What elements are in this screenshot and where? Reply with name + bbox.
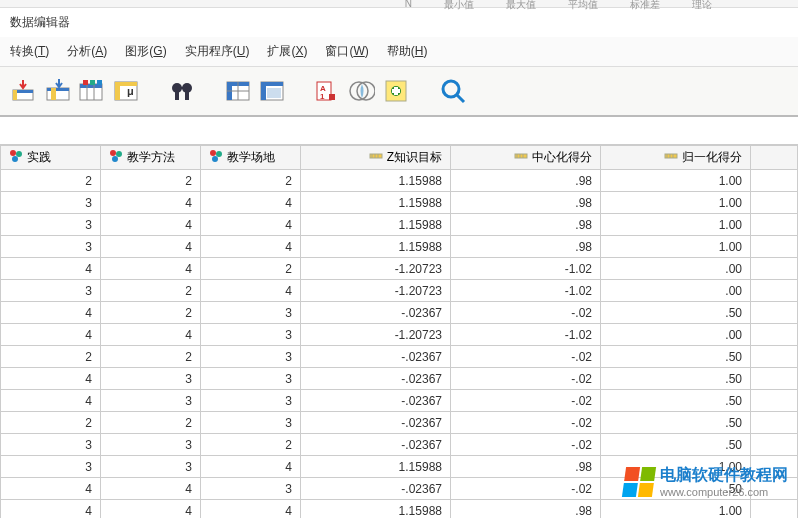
- table-cell[interactable]: 4: [1, 324, 101, 346]
- table-cell-empty[interactable]: [751, 236, 798, 258]
- table-cell[interactable]: 1.00: [601, 214, 751, 236]
- table-row[interactable]: 324-1.20723-1.02.00: [1, 280, 798, 302]
- table-cell[interactable]: 4: [201, 456, 301, 478]
- table-cell[interactable]: 4: [101, 324, 201, 346]
- table-cell-empty[interactable]: [751, 192, 798, 214]
- table-cell[interactable]: -.02: [451, 302, 601, 324]
- table-row[interactable]: 332-.02367-.02.50: [1, 434, 798, 456]
- table-cell[interactable]: 2: [101, 346, 201, 368]
- table-cell[interactable]: 2: [101, 170, 201, 192]
- column-header[interactable]: Z知识目标: [301, 146, 451, 170]
- table-cell[interactable]: .98: [451, 500, 601, 518]
- table-cell[interactable]: 3: [1, 456, 101, 478]
- table-cell[interactable]: 3: [201, 412, 301, 434]
- table-cell[interactable]: 2: [201, 434, 301, 456]
- table-cell[interactable]: 4: [1, 478, 101, 500]
- data-grid[interactable]: 实践教学方法教学场地Z知识目标中心化得分归一化得分 2221.15988.981…: [0, 145, 798, 518]
- column-header-empty[interactable]: [751, 146, 798, 170]
- table-row[interactable]: 223-.02367-.02.50: [1, 412, 798, 434]
- table-cell[interactable]: -1.20723: [301, 258, 451, 280]
- table-row[interactable]: 4441.15988.981.00: [1, 500, 798, 518]
- menu-transform[interactable]: 转换(T): [10, 43, 49, 60]
- table-cell[interactable]: -1.02: [451, 258, 601, 280]
- column-header[interactable]: 教学方法: [101, 146, 201, 170]
- table-cell[interactable]: 1.15988: [301, 170, 451, 192]
- toolbar-insert-icon[interactable]: [382, 77, 410, 105]
- menu-help[interactable]: 帮助(H): [387, 43, 428, 60]
- table-cell-empty[interactable]: [751, 214, 798, 236]
- toolbar-goto-variable-icon[interactable]: [44, 77, 72, 105]
- table-cell[interactable]: 4: [201, 500, 301, 518]
- toolbar-weight-icon[interactable]: [258, 77, 286, 105]
- table-cell[interactable]: 4: [201, 236, 301, 258]
- table-cell-empty[interactable]: [751, 434, 798, 456]
- table-cell[interactable]: -.02: [451, 368, 601, 390]
- table-row[interactable]: 3441.15988.981.00: [1, 192, 798, 214]
- table-cell[interactable]: 1.15988: [301, 500, 451, 518]
- table-cell[interactable]: 4: [101, 258, 201, 280]
- table-cell-empty[interactable]: [751, 500, 798, 518]
- table-cell[interactable]: 4: [101, 478, 201, 500]
- table-cell[interactable]: 2: [201, 258, 301, 280]
- table-cell[interactable]: 3: [101, 434, 201, 456]
- table-cell[interactable]: -.02367: [301, 368, 451, 390]
- toolbar-value-labels-icon[interactable]: A1: [314, 77, 342, 105]
- table-cell[interactable]: 1.00: [601, 170, 751, 192]
- table-row[interactable]: 3441.15988.981.00: [1, 236, 798, 258]
- menu-analyze[interactable]: 分析(A): [67, 43, 107, 60]
- table-row[interactable]: 223-.02367-.02.50: [1, 346, 798, 368]
- table-cell[interactable]: 1.15988: [301, 192, 451, 214]
- table-cell[interactable]: 1.15988: [301, 236, 451, 258]
- table-cell[interactable]: -.02367: [301, 302, 451, 324]
- table-cell[interactable]: -.02367: [301, 346, 451, 368]
- table-cell-empty[interactable]: [751, 324, 798, 346]
- table-cell[interactable]: 2: [101, 412, 201, 434]
- table-cell-empty[interactable]: [751, 346, 798, 368]
- table-row[interactable]: 2221.15988.981.00: [1, 170, 798, 192]
- toolbar-split-icon[interactable]: [224, 77, 252, 105]
- table-cell-empty[interactable]: [751, 390, 798, 412]
- table-cell[interactable]: .50: [601, 390, 751, 412]
- table-cell[interactable]: -.02: [451, 412, 601, 434]
- table-cell[interactable]: 2: [1, 170, 101, 192]
- table-cell[interactable]: .98: [451, 214, 601, 236]
- table-cell[interactable]: 3: [201, 390, 301, 412]
- table-cell[interactable]: 4: [201, 214, 301, 236]
- table-cell[interactable]: -1.20723: [301, 324, 451, 346]
- toolbar-find-icon[interactable]: [168, 77, 196, 105]
- table-cell[interactable]: 1.15988: [301, 214, 451, 236]
- table-cell-empty[interactable]: [751, 258, 798, 280]
- table-cell[interactable]: 1.00: [601, 500, 751, 518]
- table-cell[interactable]: .98: [451, 236, 601, 258]
- table-cell[interactable]: .50: [601, 412, 751, 434]
- menu-graphs[interactable]: 图形(G): [125, 43, 166, 60]
- table-cell[interactable]: -1.02: [451, 280, 601, 302]
- table-cell[interactable]: 4: [1, 258, 101, 280]
- menu-extensions[interactable]: 扩展(X): [267, 43, 307, 60]
- toolbar-goto-case-icon[interactable]: [10, 77, 38, 105]
- table-row[interactable]: 442-1.20723-1.02.00: [1, 258, 798, 280]
- table-cell[interactable]: .98: [451, 192, 601, 214]
- toolbar-select-cases-icon[interactable]: [348, 77, 376, 105]
- table-cell[interactable]: 2: [101, 302, 201, 324]
- table-cell[interactable]: 1.00: [601, 192, 751, 214]
- table-cell[interactable]: 3: [201, 368, 301, 390]
- table-cell-empty[interactable]: [751, 368, 798, 390]
- table-cell[interactable]: 4: [101, 500, 201, 518]
- table-row[interactable]: 433-.02367-.02.50: [1, 390, 798, 412]
- table-cell[interactable]: -.02367: [301, 390, 451, 412]
- column-header[interactable]: 教学场地: [201, 146, 301, 170]
- table-row[interactable]: 3441.15988.981.00: [1, 214, 798, 236]
- table-cell[interactable]: 4: [1, 500, 101, 518]
- table-cell[interactable]: -.02367: [301, 434, 451, 456]
- table-cell[interactable]: 2: [201, 170, 301, 192]
- table-cell[interactable]: 4: [1, 302, 101, 324]
- table-cell[interactable]: -.02: [451, 478, 601, 500]
- table-cell[interactable]: 1.00: [601, 236, 751, 258]
- table-cell[interactable]: -.02: [451, 390, 601, 412]
- table-cell[interactable]: 3: [201, 478, 301, 500]
- table-cell[interactable]: 3: [101, 456, 201, 478]
- table-cell[interactable]: -.02367: [301, 478, 451, 500]
- table-cell[interactable]: -.02: [451, 346, 601, 368]
- toolbar-variables-icon[interactable]: [78, 77, 106, 105]
